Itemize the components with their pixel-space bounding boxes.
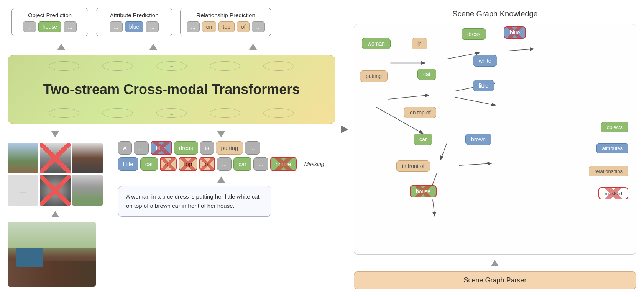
arrow-down-img	[51, 131, 59, 137]
img-car1-masked	[40, 143, 71, 173]
token-putting: putting	[216, 141, 243, 155]
svg-line-8	[459, 163, 491, 165]
img-dots: ...	[8, 175, 38, 206]
attr-dots-1: ...	[110, 21, 123, 32]
img-car2	[72, 143, 103, 173]
token-blue: blue	[125, 21, 143, 32]
relationship-prediction-box: Relationship Prediction ... on top of ..…	[180, 8, 271, 36]
transformer-dots-top: ...	[170, 62, 174, 69]
ellipse-b2	[102, 108, 133, 118]
ellipse-b5	[263, 108, 294, 118]
scene-graph-title: Scene Graph Knowledge	[354, 8, 636, 20]
transformer-box: ... Two-stream Cross-modal Transformers …	[8, 55, 335, 124]
arrow-up-text	[217, 176, 225, 183]
object-prediction-box: Object Prediction ... house ...	[12, 8, 88, 36]
attr-dots-2: ...	[146, 21, 159, 32]
token-dots-2: ...	[64, 21, 77, 32]
img-wheel-masked	[40, 175, 71, 206]
relationship-prediction-title: Relationship Prediction	[196, 12, 255, 18]
token-car: car	[233, 157, 251, 171]
parser-label: Scene Graph Parser	[463, 276, 526, 284]
img-woman	[8, 143, 38, 173]
node-little: little	[473, 80, 494, 91]
svg-line-10	[433, 200, 435, 216]
token-A: A	[118, 141, 132, 155]
token-little: little	[118, 157, 138, 171]
svg-line-7	[441, 144, 447, 160]
arrow-rel	[249, 42, 257, 51]
scene-graph-box: woman in dress blue putting cat	[354, 24, 636, 255]
object-tokens: ... house ...	[23, 21, 77, 32]
token-house: house	[38, 21, 61, 32]
ellipse-4	[210, 61, 240, 71]
token-row1-dots2: ...	[245, 141, 260, 155]
token-cat: cat	[140, 157, 158, 171]
svg-line-2	[507, 49, 533, 51]
svg-line-5	[455, 97, 495, 105]
attribute-tokens: ... blue ...	[110, 21, 159, 32]
prediction-row: Object Prediction ... house ... Attribut…	[12, 8, 335, 36]
legend-relationships: relationships	[589, 166, 628, 176]
node-on-top-of: on top of	[404, 107, 437, 118]
legend-objects: objects	[601, 122, 628, 132]
token-is: is	[200, 141, 214, 155]
node-house-masked: house	[410, 185, 437, 197]
ellipse-2	[102, 61, 133, 71]
masking-label: Masking	[304, 161, 324, 167]
node-white: white	[473, 55, 497, 67]
token-of: of	[237, 21, 250, 32]
rel-dots-1: ...	[187, 21, 200, 32]
legend-masked: masked	[598, 187, 628, 199]
token-row-1: A ... blue dress is putting ...	[118, 141, 324, 155]
combined-bottom: ...	[8, 130, 335, 287]
token-row1-dots: ...	[134, 141, 149, 155]
token-top: top	[219, 21, 234, 32]
arrow-up-photo	[51, 211, 59, 217]
token-on-masked: on	[160, 157, 177, 171]
transformer-title: Two-stream Cross-modal Transformers	[43, 82, 300, 98]
node-blue-masked: blue	[504, 26, 526, 39]
svg-line-3	[388, 95, 429, 99]
scene-graph-parser: Scene Graph Parser	[354, 271, 636, 289]
ellipse-b1	[49, 108, 79, 118]
arrow-obj	[58, 42, 65, 51]
ellipse-b4	[210, 108, 240, 118]
node-in-front-of: in front of	[396, 160, 430, 172]
token-house-masked: house	[270, 157, 297, 171]
node-cat: cat	[417, 69, 436, 80]
image-column: ...	[8, 130, 103, 287]
arrow-up-parser	[491, 260, 499, 266]
attribute-prediction-title: Attribute Prediction	[110, 12, 159, 18]
object-prediction-title: Object Prediction	[28, 12, 72, 18]
token-row-2: little cat on top of ... car ... house M…	[118, 157, 324, 171]
arrow-right-main	[341, 126, 348, 133]
main-photo	[8, 222, 96, 287]
transformer-dots-bottom: ...	[170, 111, 174, 117]
token-dots-mid2: ...	[253, 157, 268, 171]
node-putting: putting	[360, 70, 388, 82]
sentence-text: A woman in a blue dress is putting her l…	[126, 193, 260, 209]
token-of-masked: of	[199, 157, 215, 171]
node-brown: brown	[465, 134, 491, 145]
node-dress: dress	[462, 28, 486, 40]
relationship-tokens: ... on top of ...	[187, 21, 265, 32]
node-in: in	[412, 38, 427, 49]
arrow-attr	[150, 42, 157, 51]
token-on: on	[202, 21, 217, 32]
right-side: Scene Graph Knowledge	[354, 8, 636, 289]
node-car: car	[414, 134, 432, 145]
node-woman: woman	[362, 38, 391, 49]
token-blue-masked: blue	[151, 141, 172, 155]
ellipse-5	[263, 61, 294, 71]
text-box: A woman in a blue dress is putting her l…	[118, 186, 271, 217]
token-top-masked: top	[179, 157, 197, 171]
legend-attributes: attributes	[596, 143, 628, 153]
token-dress: dress	[174, 141, 198, 155]
center-column: A ... blue dress is putting ... little c…	[118, 130, 324, 217]
ellipse-1	[49, 61, 79, 71]
attribute-prediction-box: Attribute Prediction ... blue ...	[96, 8, 172, 36]
token-dots-mid: ...	[217, 157, 232, 171]
arrow-down-tokens	[217, 131, 225, 137]
rel-dots-2: ...	[252, 21, 265, 32]
img-house	[72, 175, 103, 206]
